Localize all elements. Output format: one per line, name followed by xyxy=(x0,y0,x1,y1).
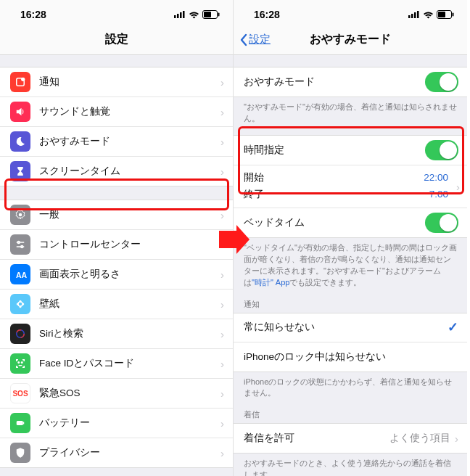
row-bedtime-toggle[interactable]: ベッドタイム xyxy=(234,208,467,237)
page-title: おやすみモード xyxy=(310,32,391,47)
row-label: 通知 xyxy=(39,75,220,89)
silence-note: iPhoneのロックの状態にかかわらず、着信と通知を知らせません。 xyxy=(234,372,467,403)
svg-rect-29 xyxy=(414,12,416,18)
svg-rect-27 xyxy=(408,15,411,18)
row-label: 時間指定 xyxy=(244,144,425,157)
chevron-right-icon: › xyxy=(220,417,224,430)
chevron-right-icon: › xyxy=(220,106,224,118)
switch-scheduled[interactable] xyxy=(425,140,458,160)
back-button[interactable]: 設定 xyxy=(239,33,271,46)
row-label: 壁紙 xyxy=(39,298,220,311)
svg-rect-5 xyxy=(204,12,211,17)
switch-dnd[interactable] xyxy=(425,72,458,92)
switch-bedtime[interactable] xyxy=(425,213,458,233)
battery-icon xyxy=(437,10,454,19)
clock-app-link[interactable]: "時計" App xyxy=(252,278,289,287)
chevron-right-icon: › xyxy=(220,165,224,178)
dnd-note: "おやすみモード"が有効の場合、着信と通知は知らされません。 xyxy=(234,97,467,128)
status-icons xyxy=(174,10,220,19)
start-time: 22:00 xyxy=(424,170,448,186)
row-privacy[interactable]: プライバシー › xyxy=(0,438,233,467)
dnd-screen: 16:28 設定 おやすみモード おやすみモード "おやすみモード"が有効の場合 xyxy=(234,0,467,476)
svg-rect-3 xyxy=(183,11,185,18)
svg-point-16 xyxy=(20,300,22,303)
svg-point-19 xyxy=(17,303,19,305)
wifi-icon xyxy=(423,11,434,19)
svg-rect-24 xyxy=(17,421,23,425)
privacy-icon xyxy=(10,443,30,463)
chevron-right-icon: › xyxy=(220,328,224,340)
row-battery[interactable]: バッテリー › xyxy=(0,409,233,438)
dnd-settings[interactable]: おやすみモード "おやすみモード"が有効の場合、着信と通知は知らされません。 時… xyxy=(234,55,467,476)
row-notifications[interactable]: 通知 › xyxy=(0,67,233,97)
battery-icon xyxy=(10,413,30,433)
chevron-right-icon: › xyxy=(220,358,224,370)
svg-rect-6 xyxy=(218,13,220,17)
row-label: コントロールセンター xyxy=(39,238,220,251)
row-general[interactable]: 一般 › xyxy=(0,200,233,230)
row-label: Siriと検索 xyxy=(39,327,220,340)
svg-point-18 xyxy=(20,305,22,308)
svg-point-23 xyxy=(22,362,23,364)
status-time: 16:28 xyxy=(20,9,46,20)
svg-text:AA: AA xyxy=(16,271,27,279)
chevron-right-icon: › xyxy=(220,387,224,400)
row-control-center[interactable]: コントロールセンター › xyxy=(0,230,233,260)
start-label: 開始 xyxy=(244,170,264,186)
wallpaper-icon xyxy=(10,294,30,314)
row-label: サウンドと触覚 xyxy=(39,105,220,118)
row-label: 画面表示と明るさ xyxy=(39,268,220,281)
row-sounds[interactable]: サウンドと触覚 › xyxy=(0,97,233,127)
checkmark-icon: ✓ xyxy=(448,319,458,335)
settings-list[interactable]: 通知 › サウンドと触覚 › おやすみモード › スクリーンタイム › xyxy=(0,55,233,476)
row-label: iPhoneのロック中は知らせない xyxy=(244,350,458,364)
row-wallpaper[interactable]: 壁紙 › xyxy=(0,290,233,319)
row-faceid[interactable]: Face IDとパスコード › xyxy=(0,349,233,379)
chevron-right-icon: › xyxy=(220,447,224,459)
row-schedule-time[interactable]: 開始22:00 終了7:00 › xyxy=(234,165,467,208)
settings-screen: 16:28 設定 通知 › サウンドと触覚 › xyxy=(0,0,234,476)
row-sos[interactable]: SOS 緊急SOS › xyxy=(0,379,233,409)
row-do-not-disturb[interactable]: おやすみモード › xyxy=(0,127,233,157)
cellular-icon xyxy=(174,11,186,18)
chevron-right-icon: › xyxy=(220,76,224,89)
status-icons xyxy=(408,10,454,19)
row-label: 一般 xyxy=(39,208,220,221)
svg-rect-0 xyxy=(174,15,176,18)
row-screen-time[interactable]: スクリーンタイム › xyxy=(0,157,233,186)
row-siri[interactable]: Siriと検索 › xyxy=(0,319,233,349)
svg-rect-25 xyxy=(23,422,25,424)
row-display[interactable]: AA 画面表示と明るさ › xyxy=(0,260,233,290)
allow-note: おやすみモードのとき、よく使う連絡先からの通話を着信します。 xyxy=(234,454,467,476)
row-label: ベッドタイム xyxy=(244,216,425,229)
row-allow-calls[interactable]: 着信を許可 よく使う項目 › xyxy=(234,424,467,453)
cellular-icon xyxy=(408,11,420,18)
row-label: 常に知らせない xyxy=(244,321,448,334)
chevron-right-icon: › xyxy=(220,209,224,221)
row-label: Face IDとパスコード xyxy=(39,357,220,370)
svg-rect-1 xyxy=(177,14,179,18)
row-dnd-toggle[interactable]: おやすみモード xyxy=(234,67,467,97)
page-title: 設定 xyxy=(105,32,128,47)
display-icon: AA xyxy=(10,264,30,284)
svg-point-22 xyxy=(18,362,20,364)
moon-icon xyxy=(10,131,30,152)
row-label: おやすみモード xyxy=(244,75,425,89)
row-silence-locked[interactable]: iPhoneのロック中は知らせない xyxy=(234,342,467,372)
calls-header: 着信 xyxy=(234,402,467,423)
notifications-icon xyxy=(10,72,30,92)
svg-rect-33 xyxy=(453,13,454,17)
row-label: おやすみモード xyxy=(39,135,220,148)
sounds-icon xyxy=(10,102,30,122)
chevron-right-icon: › xyxy=(220,298,224,311)
row-silence-always[interactable]: 常に知らせない ✓ xyxy=(234,313,467,342)
svg-rect-32 xyxy=(438,12,445,17)
row-scheduled-toggle[interactable]: 時間指定 xyxy=(234,136,467,165)
wifi-icon xyxy=(189,11,199,19)
chevron-right-icon: › xyxy=(220,268,224,281)
allow-value: よく使う項目 xyxy=(389,432,450,445)
row-label: 着信を許可 xyxy=(244,432,389,445)
svg-rect-30 xyxy=(417,11,419,18)
arrow-indicator xyxy=(218,225,251,254)
chevron-right-icon: › xyxy=(456,180,460,192)
